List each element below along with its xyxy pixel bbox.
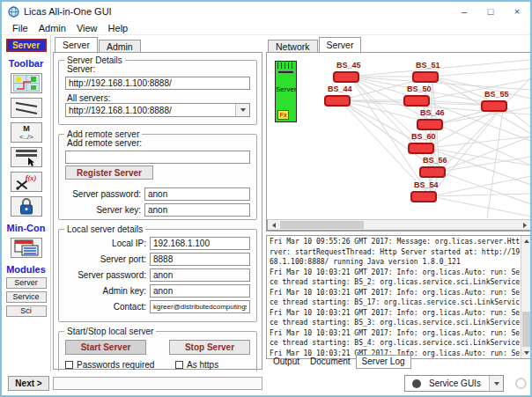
bottom-status-field[interactable] [53, 377, 262, 390]
contact-input[interactable] [150, 300, 250, 313]
graph-horizontal-scrollbar[interactable] [267, 219, 531, 231]
tab-server[interactable]: Server [55, 37, 98, 52]
server-port-label: Server port: [65, 254, 146, 264]
graph-node-BS_50[interactable]: BS_50 [403, 95, 430, 107]
server-details-title: Server Details [64, 55, 125, 65]
local-password-input[interactable] [150, 268, 250, 282]
scroll-right-icon[interactable] [519, 220, 530, 230]
as-https-checkbox[interactable] [175, 361, 183, 369]
local-password-label: Server password: [65, 270, 146, 280]
svg-text:M: M [23, 124, 30, 133]
window-title: Licas All-in-One GUI [24, 6, 112, 17]
tab-output[interactable]: Output [268, 356, 305, 367]
local-details-title: Local server details [64, 224, 145, 234]
sidebar-server-button[interactable]: Server [6, 39, 47, 52]
tab-network-server[interactable]: Server [319, 37, 362, 52]
log-line: 68.1.100:8888/ running Java version 1.8.… [270, 257, 520, 268]
server-node-ticks [277, 62, 294, 69]
graph-node-BS_45[interactable]: BS_45 [333, 71, 359, 83]
function-tools-icon[interactable]: f(x) [11, 172, 42, 192]
bottom-bar: Next > Service GUIs [2, 371, 530, 395]
local-ip-input[interactable] [150, 237, 250, 250]
log-line: ce thread starting: BS_3: org.licas.serv… [270, 318, 520, 328]
app-window: Licas All-in-One GUI – □ × File Admin Vi… [0, 0, 532, 397]
start-stop-group: Start/Stop local server Start Server Sto… [58, 331, 257, 377]
server-node[interactable]: Server Fx [275, 61, 297, 122]
graph-node-BS_56[interactable]: BS_56 [419, 166, 446, 178]
local-server-details-group: Local server details Local IP: Server po… [58, 229, 257, 322]
start-server-button[interactable]: Start Server [65, 340, 146, 355]
graph-node-BS_55[interactable]: BS_55 [481, 100, 507, 112]
status-indicator [515, 378, 527, 389]
scrollbar-thumb[interactable] [280, 221, 364, 229]
add-remote-label: Add remote server: [67, 138, 250, 148]
minimize-icon[interactable]: – [451, 2, 477, 21]
log-lines[interactable]: Fri Mar 10 09:55:26 GMT 2017: Message: o… [270, 237, 520, 357]
next-button[interactable]: Next > [8, 376, 49, 391]
menu-help[interactable]: Help [103, 23, 134, 33]
fx-badge[interactable]: Fx [277, 110, 289, 120]
menu-admin[interactable]: Admin [33, 23, 71, 33]
start-stop-title: Start/Stop local server [64, 327, 156, 336]
log-line: Fri Mar 10 10:03:21 GMT 2017: Info: org.… [270, 308, 520, 319]
graph-node-label: BS_56 [423, 156, 447, 165]
network-map-icon[interactable] [11, 73, 42, 93]
log-vertical-scrollbar[interactable] [521, 236, 531, 358]
service-guis-dropdown[interactable]: Service GUIs [404, 375, 504, 392]
graph-node-label: BS_50 [407, 85, 432, 93]
server-port-input[interactable] [150, 253, 250, 266]
graph-node-label: BS_54 [414, 180, 439, 189]
graph-node-BS_46[interactable]: BS_46 [417, 119, 443, 130]
server-key-input[interactable] [144, 203, 250, 217]
server-node-label: Server [276, 85, 296, 93]
network-graph-panel: BS_45BS_51BS_44BS_50BS_55BS_46BS_60BS_56… [266, 52, 532, 232]
add-remote-input[interactable] [65, 151, 250, 164]
stop-server-button[interactable]: Stop Server [169, 340, 250, 355]
log-line: Fri Mar 10 10:03:21 GMT 2017: Info: org.… [270, 268, 520, 278]
list-select-icon[interactable] [11, 147, 42, 167]
scroll-down-icon[interactable] [521, 348, 531, 358]
lock-icon[interactable] [11, 196, 42, 217]
module-sci-button[interactable]: Sci [6, 305, 47, 317]
server-form: Server Details Server: All servers: http… [53, 52, 262, 370]
menu-file[interactable]: File [7, 23, 33, 33]
menu-view[interactable]: View [71, 23, 103, 33]
log-line: ce thread starting: BS_4: org.licas.serv… [270, 338, 520, 349]
chevron-down-icon[interactable] [235, 104, 249, 116]
metadata-xml-icon[interactable]: M <../> [11, 122, 42, 143]
network-server-panel: Network Server BS_45BS_51BS_44BS_50BS_55… [266, 37, 532, 370]
add-remote-title: Add remote server [64, 129, 142, 139]
graph-node-BS_51[interactable]: BS_51 [412, 71, 439, 83]
log-line: Fri Mar 10 10:03:21 GMT 2017: Info: org.… [270, 288, 520, 298]
tab-server-log[interactable]: Server Log [356, 355, 411, 369]
min-console-icon[interactable] [11, 238, 42, 258]
register-server-button[interactable]: Register Server [65, 165, 153, 180]
network-graph-canvas[interactable]: BS_45BS_51BS_44BS_50BS_55BS_46BS_60BS_56… [267, 53, 531, 219]
min-con-heading: Min-Con [7, 223, 46, 233]
module-server-button[interactable]: Server [6, 277, 47, 289]
scroll-up-icon[interactable] [521, 236, 531, 246]
close-icon[interactable]: × [504, 2, 530, 21]
contact-label: Contact: [65, 302, 146, 312]
admin-key-input[interactable] [150, 284, 250, 298]
server-password-input[interactable] [144, 187, 250, 201]
all-servers-dropdown[interactable]: http://192.168.1.100:8888/ [65, 103, 250, 117]
tab-admin[interactable]: Admin [99, 40, 141, 52]
tab-document[interactable]: Document [305, 356, 356, 367]
tab-network[interactable]: Network [268, 40, 318, 52]
maximize-icon[interactable]: □ [477, 2, 504, 21]
graph-node-BS_54[interactable]: BS_54 [410, 191, 437, 202]
scroll-left-icon[interactable] [268, 220, 279, 230]
graph-node-BS_60[interactable]: BS_60 [408, 143, 434, 154]
scrollbar-thumb[interactable] [522, 312, 530, 347]
graph-node-BS_44[interactable]: BS_44 [324, 95, 351, 107]
server-admin-panel: Server Admin Server Details Server: All … [53, 37, 262, 370]
add-remote-server-group: Add remote server Add remote server: Reg… [58, 134, 257, 220]
module-service-button[interactable]: Service [6, 291, 47, 303]
passwords-required-label: Passwords required [77, 360, 168, 370]
passwords-required-checkbox[interactable] [65, 361, 73, 369]
links-icon[interactable] [11, 98, 42, 118]
server-url-field[interactable] [65, 77, 250, 90]
server-label: Server: [67, 64, 250, 74]
chevron-down-icon[interactable] [489, 376, 503, 391]
